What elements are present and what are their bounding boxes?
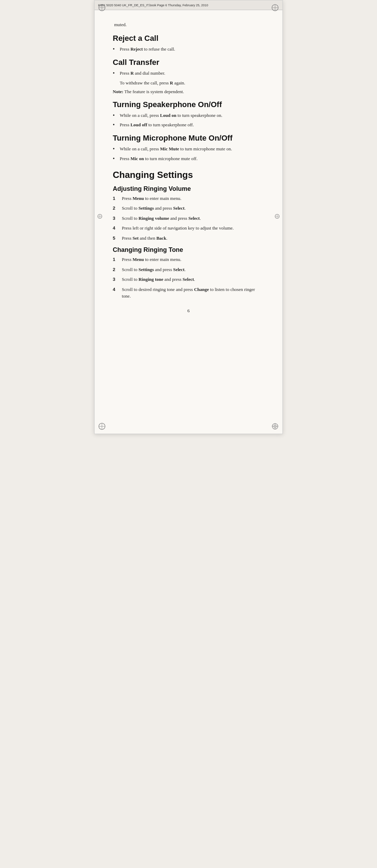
header-bar: KIRK 5020 5040 UK_FR_DE_ES_IT.book Page … (95, 0, 282, 10)
section-call-transfer-title: Call Transfer (113, 58, 264, 67)
inline-bold: Settings (139, 205, 154, 211)
inline-bold: R (131, 70, 134, 76)
list-item: 1 Press Menu to enter main menu. (113, 256, 264, 263)
inline-bold: Set (133, 235, 139, 241)
bullet-dot: • (113, 145, 118, 153)
step-number: 4 (113, 225, 120, 232)
step-number: 2 (113, 205, 120, 212)
bullet-text: Press Mic on to turn microphone mute off… (120, 155, 264, 162)
bullet-text: While on a call, press Mic Mute to turn … (120, 145, 264, 152)
header-text: KIRK 5020 5040 UK_FR_DE_ES_IT.book Page … (98, 3, 208, 7)
step-text: Scroll to Ringing tone and press Select. (122, 276, 264, 283)
inline-bold: Select (183, 277, 194, 282)
step-number: 1 (113, 195, 120, 202)
inline-bold: Loud on (160, 113, 177, 118)
step-text: Press left or right side of navigation k… (122, 225, 264, 232)
list-item: • Press Mic on to turn microphone mute o… (113, 155, 264, 163)
step-text: Scroll to Ringing volume and press Selec… (122, 215, 264, 222)
inline-bold: Note: (113, 89, 123, 94)
section-changing-settings-title: Changing Settings (113, 170, 264, 180)
content: muted. Reject a Call • Press Reject to r… (113, 22, 264, 314)
corner-mark-br (271, 422, 279, 430)
inline-bold: Select (188, 216, 200, 221)
inline-bold: Settings (139, 267, 154, 272)
inline-bold: Select (173, 205, 184, 211)
inline-bold: Loud off (131, 122, 147, 127)
mid-mark-left (97, 214, 102, 220)
list-item: 4 Press left or right side of navigation… (113, 225, 264, 232)
inline-bold: Ringing volume (139, 216, 169, 221)
bullet-dot: • (113, 70, 118, 77)
inline-bold: Menu (133, 196, 144, 201)
step-number: 4 (113, 286, 120, 293)
mid-mark-right (275, 214, 280, 220)
step-text: Scroll to Settings and press Select. (122, 205, 264, 212)
step-text: Press Menu to enter main menu. (122, 195, 264, 202)
list-item: • While on a call, press Loud on to turn… (113, 112, 264, 119)
bullet-dot: • (113, 155, 118, 163)
step-number: 3 (113, 215, 120, 222)
section-speakerphone-title: Turning Speakerphone On/Off (113, 100, 264, 109)
list-item: 2 Scroll to Settings and press Select. (113, 205, 264, 212)
inline-bold: Ringing tone (139, 277, 163, 282)
list-item: 4 Scroll to desired ringing tone and pre… (113, 286, 264, 300)
list-item: 3 Scroll to Ringing tone and press Selec… (113, 276, 264, 283)
step-number: 3 (113, 276, 120, 283)
step-number: 1 (113, 256, 120, 263)
list-item: 5 Press Set and then Back. (113, 235, 264, 242)
bullet-text: Press R and dial number. (120, 70, 264, 77)
corner-mark-tr (271, 4, 279, 12)
section-microphone-mute-title: Turning Microphone Mute On/Off (113, 134, 264, 143)
inline-bold: Mic Mute (160, 146, 179, 151)
bullet-text: While on a call, press Loud on to turn s… (120, 112, 264, 119)
bullet-dot: • (113, 121, 118, 129)
step-number: 5 (113, 235, 120, 242)
step-text: Scroll to Settings and press Select. (122, 266, 264, 273)
inline-bold: Reject (131, 46, 143, 52)
corner-mark-tl (98, 4, 106, 12)
page: KIRK 5020 5040 UK_FR_DE_ES_IT.book Page … (94, 0, 283, 434)
section-reject-a-call-title: Reject a Call (113, 34, 264, 43)
list-item: 2 Scroll to Settings and press Select. (113, 266, 264, 273)
bullet-text: Press Loud off to turn speakerphone off. (120, 121, 264, 128)
inline-bold: R (170, 80, 173, 85)
corner-mark-bl (98, 422, 106, 430)
inline-bold: Back (156, 235, 166, 241)
inline-bold: Select (173, 267, 184, 272)
bullet-text: Press Reject to refuse the call. (120, 46, 264, 53)
step-text: Press Set and then Back. (122, 235, 264, 242)
inline-bold: Menu (133, 257, 144, 262)
bullet-dot: • (113, 112, 118, 119)
page-number: 6 (113, 308, 264, 314)
list-item: 1 Press Menu to enter main menu. (113, 195, 264, 202)
list-item: • Press Loud off to turn speakerphone of… (113, 121, 264, 129)
indent-line: To withdraw the call, press R again. (113, 80, 264, 87)
step-text: Press Menu to enter main menu. (122, 256, 264, 263)
list-item: • Press Reject to refuse the call. (113, 46, 264, 53)
bullet-dot: • (113, 46, 118, 53)
list-item: • While on a call, press Mic Mute to tur… (113, 145, 264, 153)
section-adjusting-volume-title: Adjusting Ringing Volume (113, 185, 264, 193)
step-text: Scroll to desired ringing tone and press… (122, 286, 264, 300)
inline-bold: Mic on (131, 156, 144, 161)
intro-text: muted. (113, 22, 264, 28)
step-number: 2 (113, 266, 120, 273)
note-line: Note: The feature is system dependent. (113, 88, 264, 95)
list-item: • Press R and dial number. (113, 70, 264, 77)
section-changing-tone-title: Changing Ringing Tone (113, 246, 264, 254)
list-item: 3 Scroll to Ringing volume and press Sel… (113, 215, 264, 222)
inline-bold: Change (194, 287, 209, 292)
